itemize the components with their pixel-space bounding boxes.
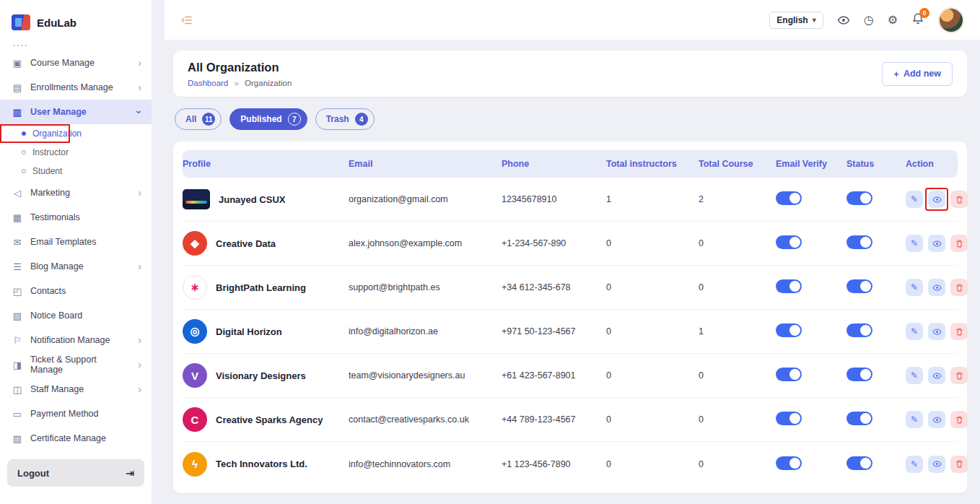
total-instructors-cell: 0 [606, 282, 699, 292]
sidebar-item-label: Blog Manage [30, 261, 84, 271]
edit-button[interactable]: ✎ [906, 279, 923, 296]
edit-button[interactable]: ✎ [906, 191, 923, 208]
email-verify-toggle[interactable] [776, 191, 802, 205]
sidebar-item-label: Contacts [30, 286, 66, 296]
view-button[interactable] [928, 235, 945, 252]
filter-count-badge: 4 [355, 113, 368, 126]
filter-tab-published[interactable]: Published7 [229, 108, 307, 130]
email-verify-toggle[interactable] [776, 412, 802, 425]
chevron-right-icon: › [138, 261, 141, 271]
delete-button[interactable] [950, 191, 968, 208]
email-verify-toggle[interactable] [776, 456, 802, 470]
delete-button[interactable] [950, 279, 968, 296]
total-instructors-cell: 1 [606, 194, 699, 204]
organization-logo: C [183, 407, 207, 432]
sidebar-collapse-icon[interactable] [180, 14, 193, 27]
action-cell: ✎ [906, 411, 968, 428]
page-header-card: All Organization Dashboard » Organizatio… [173, 51, 967, 97]
language-value: English [776, 15, 808, 25]
phone-cell: +34 612-345-678 [502, 282, 606, 292]
sidebar-item-notice-board[interactable]: ▧Notice Board [0, 303, 152, 328]
email-verify-toggle[interactable] [776, 323, 802, 337]
total-course-cell: 0 [699, 414, 776, 425]
chevron-right-icon: › [138, 82, 141, 92]
status-toggle[interactable] [846, 323, 872, 337]
view-button[interactable] [928, 367, 945, 384]
sidebar-item-ticket-support-manage[interactable]: ◨Ticket & Support Manage› [0, 352, 152, 377]
eye-icon[interactable] [837, 14, 850, 27]
status-toggle[interactable] [846, 368, 872, 381]
sidebar-item-user-manage[interactable]: ▥User Manage› [0, 100, 152, 124]
view-button[interactable] [928, 456, 945, 473]
logout-button[interactable]: Logout ⇥ [7, 459, 144, 487]
edit-button[interactable]: ✎ [906, 456, 923, 473]
status-toggle[interactable] [846, 456, 872, 470]
notifications-bell-icon[interactable]: 0 [911, 12, 924, 28]
status-toggle[interactable] [846, 412, 872, 425]
gear-icon[interactable]: ⚙ [888, 14, 898, 26]
total-instructors-cell: 0 [606, 238, 699, 248]
view-button[interactable] [928, 411, 945, 428]
total-instructors-cell: 0 [606, 459, 699, 469]
edit-button[interactable]: ✎ [906, 367, 923, 384]
organization-logo: ϟ [183, 452, 207, 477]
email-verify-toggle[interactable] [776, 235, 802, 249]
delete-button[interactable] [950, 235, 968, 252]
sidebar-item-payment-method[interactable]: ▭Payment Method [0, 401, 152, 426]
column-header-email-verify: Email Verify [776, 159, 846, 169]
sidebar-item-testimonials[interactable]: ▦Testimonials [0, 205, 152, 230]
filter-tab-trash[interactable]: Trash4 [315, 108, 375, 130]
chevron-down-icon: › [135, 110, 145, 114]
column-header-total-instructors: Total instructors [606, 159, 699, 169]
sidebar-item-marketing[interactable]: ◁Marketing› [0, 181, 152, 205]
sidebar-item-blog-manage[interactable]: ☰Blog Manage› [0, 254, 152, 279]
breadcrumb-dashboard-link[interactable]: Dashboard [188, 79, 228, 87]
action-cell: ✎ [906, 191, 968, 208]
sidebar-section-dots: .... [0, 38, 152, 51]
action-cell: ✎ [906, 235, 968, 252]
sidebar-item-course-manage[interactable]: ▣Course Manage› [0, 51, 152, 75]
view-button[interactable] [928, 191, 945, 208]
view-button[interactable] [928, 323, 945, 340]
filter-tab-all[interactable]: All11 [175, 108, 222, 130]
sidebar-item-contacts[interactable]: ◰Contacts [0, 279, 152, 303]
column-header-email: Email [349, 159, 502, 169]
profile-cell: ◎Digital Horizon [183, 319, 349, 344]
profile-cell: ∗BrightPath Learning [183, 275, 349, 300]
language-select[interactable]: English ▾ [769, 12, 823, 29]
edit-button[interactable]: ✎ [906, 323, 923, 340]
view-button-wrap [928, 323, 945, 340]
edit-button[interactable]: ✎ [906, 411, 923, 428]
email-verify-toggle[interactable] [776, 279, 802, 293]
certificate-icon: ▨ [12, 433, 23, 444]
delete-button[interactable] [950, 323, 968, 340]
status-toggle[interactable] [846, 191, 872, 205]
toggle-knob [860, 193, 871, 204]
delete-button[interactable] [950, 411, 968, 428]
table-row: ∗BrightPath Learningsupport@brightpath.e… [183, 266, 958, 310]
status-toggle[interactable] [846, 235, 872, 249]
column-header-phone: Phone [502, 159, 606, 169]
sidebar-item-staff-manage[interactable]: ◫Staff Manage› [0, 377, 152, 401]
email-verify-toggle[interactable] [776, 368, 802, 381]
sidebar-item-notification-manage[interactable]: ⚐Notification Manage› [0, 328, 152, 352]
sidebar-item-enrollments-manage[interactable]: ▤Enrollments Manage› [0, 75, 152, 100]
view-button-wrap [928, 456, 945, 473]
view-button[interactable] [928, 279, 945, 296]
brand: EduLab [0, 7, 152, 38]
sidebar-subitem-student[interactable]: Student [0, 162, 152, 181]
delete-button[interactable] [950, 367, 968, 384]
delete-button[interactable] [950, 456, 968, 473]
add-new-button[interactable]: + Add new [882, 62, 953, 86]
sidebar-subitem-instructor[interactable]: Instructor [0, 143, 152, 162]
view-button-wrap [928, 191, 945, 208]
sidebar-item-certificate-manage[interactable]: ▨Certificate Manage [0, 426, 152, 451]
status-toggle[interactable] [846, 279, 872, 293]
sidebar-subitem-organization[interactable]: Organization [0, 124, 152, 143]
user-avatar[interactable] [938, 7, 964, 33]
page-title: All Organization [188, 61, 292, 74]
staff-icon: ◫ [12, 384, 23, 395]
clock-icon[interactable]: ◷ [864, 14, 874, 26]
sidebar-item-email-templates[interactable]: ✉Email Templates [0, 230, 152, 254]
edit-button[interactable]: ✎ [906, 235, 923, 252]
